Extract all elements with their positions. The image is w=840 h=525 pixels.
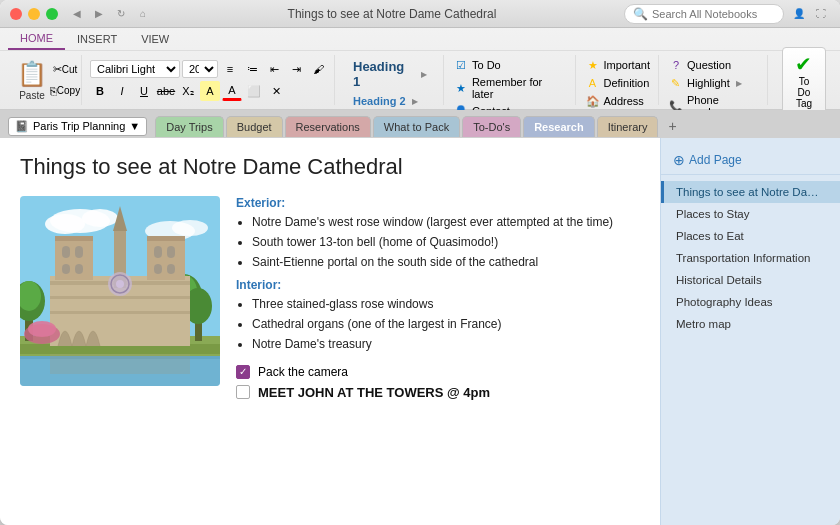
sidebar-page-4[interactable]: Historical Details [661, 269, 840, 291]
bold-button[interactable]: B [90, 81, 110, 101]
tab-view[interactable]: VIEW [129, 28, 181, 50]
tab-insert[interactable]: INSERT [65, 28, 129, 50]
subscript-button[interactable]: X₂ [178, 81, 198, 101]
heading1-arrow: ▶ [421, 70, 427, 79]
list-bullet-button[interactable]: ≡ [220, 59, 240, 79]
svg-rect-27 [75, 264, 83, 274]
tab-budget[interactable]: Budget [226, 116, 283, 137]
sidebar-page-5[interactable]: Photography Ideas [661, 291, 840, 313]
clear-format-button[interactable]: ✕ [266, 81, 286, 101]
svg-rect-33 [167, 264, 175, 274]
svg-rect-23 [55, 236, 93, 241]
svg-point-5 [172, 220, 208, 236]
underline-button[interactable]: U [134, 81, 154, 101]
paste-button[interactable]: 📋 Paste [12, 57, 52, 104]
add-tab-button[interactable]: + [660, 114, 684, 138]
address-tag-item[interactable]: 🏠 Address [584, 93, 652, 109]
tab-to-dos[interactable]: To-Do's [462, 116, 521, 137]
search-bar[interactable]: 🔍 [624, 4, 784, 24]
close-button[interactable] [10, 8, 22, 20]
account-button[interactable]: 👤 [790, 5, 808, 23]
todo-items: ✓ Pack the camera MEET JOHN AT THE TOWER… [236, 365, 640, 400]
font-size-select[interactable]: 20 [182, 60, 218, 78]
todo-checkbox-2[interactable] [236, 385, 250, 399]
todo-big-label: To DoTag [791, 76, 817, 109]
svg-rect-41 [50, 354, 190, 374]
svg-rect-28 [147, 236, 185, 280]
font-color-button[interactable]: A [222, 81, 242, 101]
list-item: Saint-Etienne portal on the south side o… [252, 254, 640, 271]
copy-button[interactable]: ⎘ Copy [55, 81, 75, 101]
svg-point-2 [45, 214, 85, 234]
note-title[interactable]: Things to see at Notre Dame Cathedral [20, 154, 640, 180]
add-page-button[interactable]: ⊕ Add Page [661, 146, 840, 175]
notebook-icon: 📓 [15, 120, 29, 133]
forward-button[interactable]: ▶ [90, 5, 108, 23]
tab-itinerary[interactable]: Itinerary [597, 116, 659, 137]
expand-button[interactable]: ⛶ [812, 5, 830, 23]
heading2-button[interactable]: Heading 2 ▶ [345, 93, 435, 109]
italic-button[interactable]: I [112, 81, 132, 101]
add-page-icon: ⊕ [673, 152, 685, 168]
heading2-arrow: ▶ [412, 97, 418, 106]
todo-text-2: MEET JOHN AT THE TOWERS @ 4pm [258, 385, 490, 400]
todo-text-1: Pack the camera [258, 365, 348, 379]
indent-increase-button[interactable]: ⇥ [286, 59, 306, 79]
tab-home[interactable]: HOME [8, 28, 65, 50]
window-title: Things to see at Notre Dame Cathedral [160, 7, 624, 21]
sidebar-page-0[interactable]: Things to see at Notre Dame Cath... [661, 181, 840, 203]
align-left-button[interactable]: ⬜ [244, 81, 264, 101]
todo-big-button[interactable]: ✔ To DoTag [782, 47, 826, 114]
home-button[interactable]: ⌂ [134, 5, 152, 23]
svg-rect-20 [50, 296, 190, 299]
exterior-list: Notre Dame's west rose window (largest e… [236, 214, 640, 270]
important-tag-item[interactable]: ★ Important [584, 57, 652, 73]
font-controls: Calibri Light 20 ≡ ≔ ⇤ ⇥ 🖌 B I [90, 59, 328, 101]
strikethrough-button[interactable]: abe [156, 81, 176, 101]
remember-icon: ★ [454, 81, 468, 95]
sidebar-page-2[interactable]: Places to Eat [661, 225, 840, 247]
sidebar-page-6[interactable]: Metro map [661, 313, 840, 335]
indent-decrease-button[interactable]: ⇤ [264, 59, 284, 79]
font-family-select[interactable]: Calibri Light [90, 60, 180, 78]
svg-rect-32 [154, 264, 162, 274]
important-icon: ★ [586, 58, 600, 72]
search-input[interactable] [652, 8, 772, 20]
sidebar-page-1[interactable]: Places to Stay [661, 203, 840, 225]
question-tag-item[interactable]: ? Question [667, 57, 761, 73]
notebook-name: Paris Trip Planning [33, 120, 125, 132]
todo-big-icon: ✔ [795, 52, 812, 76]
tab-reservations[interactable]: Reservations [285, 116, 371, 137]
font-top-row: Calibri Light 20 ≡ ≔ ⇤ ⇥ 🖌 [90, 59, 328, 79]
search-icon: 🔍 [633, 7, 648, 21]
ribbon-tab-bar: HOME INSERT VIEW [0, 28, 840, 51]
sidebar-page-3[interactable]: Transportation Information [661, 247, 840, 269]
app-window: ◀ ▶ ↻ ⌂ Things to see at Notre Dame Cath… [0, 0, 840, 525]
minimize-button[interactable] [28, 8, 40, 20]
definition-tag-item[interactable]: A Definition [584, 75, 652, 91]
interior-list: Three stained-glass rose windows Cathedr… [236, 296, 640, 352]
remember-tag-item[interactable]: ★ Remember for later [452, 75, 569, 101]
highlight-tag-label: Highlight [687, 77, 730, 89]
notebook-selector[interactable]: 📓 Paris Trip Planning ▼ [8, 117, 147, 136]
todo-tag-item[interactable]: ☑ To Do [452, 57, 569, 73]
format-paint-button[interactable]: 🖌 [308, 59, 328, 79]
sync-button[interactable]: ↻ [112, 5, 130, 23]
back-button[interactable]: ◀ [68, 5, 86, 23]
list-number-button[interactable]: ≔ [242, 59, 262, 79]
nav-controls: ◀ ▶ ↻ ⌂ [68, 5, 152, 23]
notebook-dropdown-icon: ▼ [129, 120, 140, 132]
heading2-label: Heading 2 [353, 95, 406, 107]
window-controls [10, 8, 58, 20]
todo-checkbox-1[interactable]: ✓ [236, 365, 250, 379]
highlight-tag-item[interactable]: ✎ Highlight ▶ [667, 75, 761, 91]
doc-tabs: 📓 Paris Trip Planning ▼ Day Trips Budget… [0, 110, 840, 138]
highlight-color-button[interactable]: A [200, 81, 220, 101]
cut-button[interactable]: ✂ Cut [55, 60, 75, 80]
tab-research[interactable]: Research [523, 116, 595, 137]
maximize-button[interactable] [46, 8, 58, 20]
tab-what-to-pack[interactable]: What to Pack [373, 116, 460, 137]
tab-day-trips[interactable]: Day Trips [155, 116, 223, 137]
heading1-button[interactable]: Heading 1 ▶ [345, 57, 435, 91]
note-area: Things to see at Notre Dame Cathedral [0, 138, 660, 525]
